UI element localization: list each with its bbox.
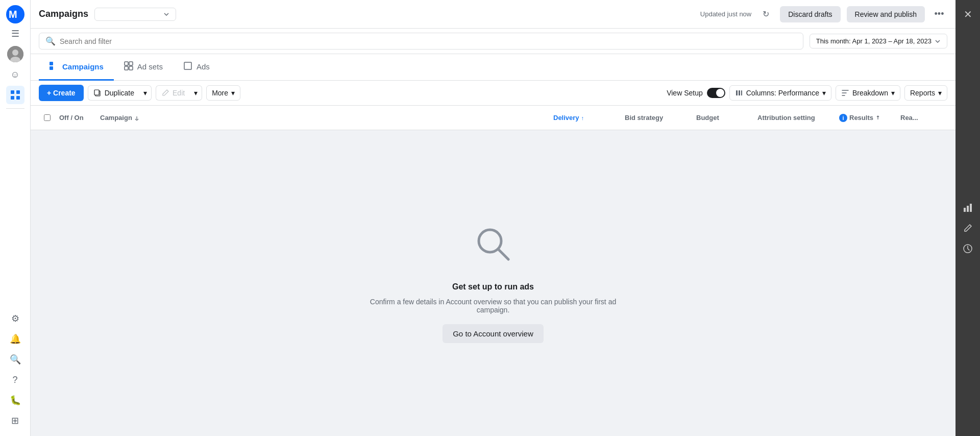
help-icon[interactable]: ? [6,371,24,389]
columns-chevron-icon: ▾ [822,89,826,97]
svg-rect-18 [736,90,738,95]
empty-state-title: Get set up to run ads [452,282,534,292]
settings-icon[interactable]: ⚙ [6,309,24,328]
svg-rect-24 [967,206,969,212]
sidebar-divider [6,108,24,109]
adsets-tab-label: Ad sets [137,62,163,71]
col-header-attribution: Attribution setting [753,114,835,122]
columns-dropdown[interactable]: Columns: Performance ▾ [729,85,831,101]
svg-rect-12 [129,62,133,65]
duplicate-button[interactable]: Duplicate [88,85,139,101]
more-dropdown-button[interactable]: More ▾ [206,85,240,101]
chart-icon[interactable] [959,199,977,217]
reports-label: Reports [910,89,935,97]
adsets-tab-icon [124,61,133,72]
account-dropdown[interactable] [94,8,176,21]
left-sidebar: M ☰ ☺ ⚙ 🔔 🔍 ? 🐛 ⊞ [0,0,31,436]
col-label-results: Results [849,114,873,122]
svg-rect-20 [741,90,742,95]
breakdown-label: Breakdown [852,89,888,97]
col-header-reach: Rea... [896,114,947,122]
edit-label: Edit [173,89,185,97]
delivery-sort-icon: ↑ [581,115,584,121]
results-sort-icon [875,115,880,120]
more-chevron-icon: ▾ [231,89,235,97]
more-label: More [212,89,228,97]
campaigns-tab-label: Campaigns [62,62,104,71]
svg-rect-15 [184,62,191,69]
duplicate-label: Duplicate [105,89,134,97]
col-label-off-on: Off / On [59,114,84,122]
reports-dropdown[interactable]: Reports ▾ [904,85,947,101]
empty-search-icon [473,224,513,272]
refresh-button[interactable]: ↻ [757,6,774,22]
view-setup-toggle[interactable] [707,88,725,98]
panel-icon[interactable]: ⊞ [6,411,24,430]
meta-logo[interactable]: M [6,5,24,23]
col-header-delivery[interactable]: Delivery ↑ [549,114,621,122]
right-sidebar: ✕ [955,0,980,436]
breakdown-icon [841,89,849,97]
search-icon: 🔍 [45,36,56,46]
search-row: 🔍 This month: Apr 1, 2023 – Apr 18, 2023 [31,29,955,54]
ads-tab-icon [183,61,192,72]
duplicate-dropdown-arrow[interactable]: ▾ [139,85,152,101]
notifications-icon[interactable]: 🔔 [6,330,24,348]
view-setup-control: View Setup [667,88,725,98]
date-chevron-icon [935,38,941,44]
columns-icon [735,89,743,97]
tabs-row: Campaigns Ad sets Ads [31,54,955,81]
tab-adsets[interactable]: Ad sets [114,54,173,81]
review-publish-button[interactable]: Review and publish [847,6,925,22]
view-setup-label: View Setup [667,89,703,97]
create-button[interactable]: + Create [39,85,84,101]
svg-rect-11 [125,62,128,65]
edit-button[interactable]: Edit [156,85,190,101]
select-all-input[interactable] [44,114,51,121]
go-to-account-button[interactable]: Go to Account overview [443,324,544,343]
discard-drafts-button[interactable]: Discard drafts [780,6,840,22]
svg-rect-8 [16,96,20,100]
col-label-bid-strategy: Bid strategy [625,114,663,122]
date-filter[interactable]: This month: Apr 1, 2023 – Apr 18, 2023 [810,34,947,49]
close-button[interactable]: ✕ [959,5,977,23]
clock-icon[interactable] [959,239,977,258]
reports-chevron-icon: ▾ [938,89,942,97]
smiley-icon[interactable]: ☺ [6,65,24,84]
results-info-icon[interactable]: i [839,114,847,122]
empty-state-subtitle: Confirm a few details in Account overvie… [365,298,621,314]
hamburger-menu-icon[interactable]: ☰ [6,25,24,43]
svg-rect-23 [964,208,966,212]
duplicate-btn-group: Duplicate ▾ [88,85,152,101]
breakdown-dropdown[interactable]: Breakdown ▾ [836,85,900,101]
pencil-icon[interactable] [959,219,977,237]
col-label-delivery: Delivery [553,114,579,122]
col-header-budget: Budget [692,114,753,122]
svg-rect-10 [50,66,53,70]
svg-rect-7 [11,96,14,100]
date-filter-text: This month: Apr 1, 2023 – Apr 18, 2023 [816,37,932,45]
columns-label: Columns: Performance [746,89,819,97]
svg-rect-5 [11,90,14,94]
bug-icon[interactable]: 🐛 [6,391,24,409]
svg-rect-19 [739,90,740,95]
toolbar-row: + Create Duplicate ▾ Edit ▾ More ▾ View … [31,81,955,106]
col-label-budget: Budget [696,114,719,122]
table-header: Off / On Campaign Delivery ↑ Bid strateg… [31,106,955,130]
edit-btn-group: Edit ▾ [156,85,202,101]
tab-ads[interactable]: Ads [173,54,220,81]
svg-rect-14 [129,66,133,70]
select-all-checkbox[interactable] [39,114,55,121]
edit-dropdown-arrow[interactable]: ▾ [190,85,202,101]
breakdown-chevron-icon: ▾ [891,89,895,97]
svg-text:M: M [9,9,17,20]
col-header-campaign[interactable]: Campaign [96,114,549,122]
svg-point-3 [12,50,18,56]
avatar[interactable] [7,46,23,62]
search-icon[interactable]: 🔍 [6,350,24,369]
topbar-more-button[interactable]: ••• [931,6,947,22]
search-input[interactable] [60,37,797,45]
tab-campaigns[interactable]: Campaigns [39,54,114,81]
campaigns-nav-icon[interactable] [6,86,24,104]
search-input-wrapper: 🔍 [39,33,803,50]
